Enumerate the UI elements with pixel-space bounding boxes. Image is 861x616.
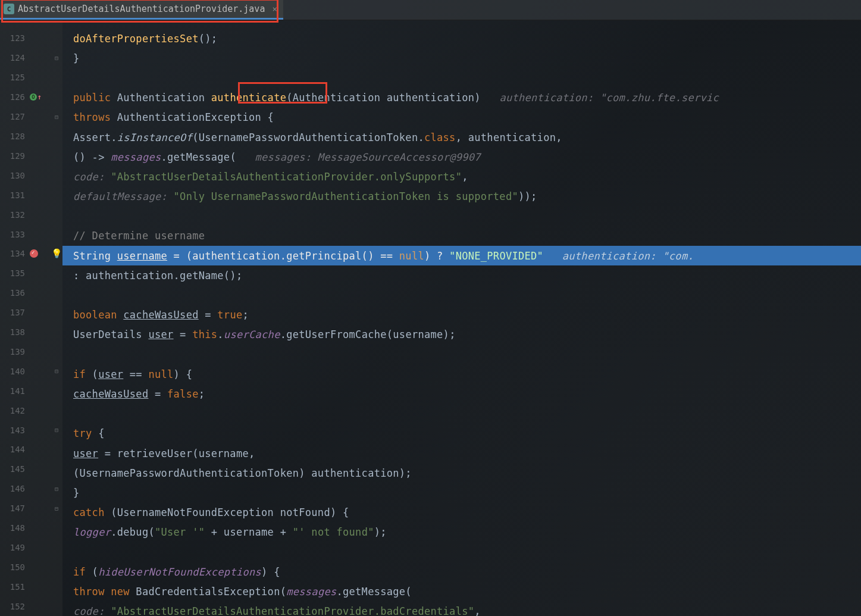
code-line[interactable] xyxy=(62,345,861,364)
bulb-icon[interactable]: 💡 xyxy=(51,248,62,259)
line-number: 135 xyxy=(0,268,25,278)
code-line[interactable]: code: "AbstractUserDetailsAuthentication… xyxy=(62,167,861,186)
line-number: 142 xyxy=(0,406,25,415)
code-line[interactable]: String username = (authentication.getPri… xyxy=(62,246,861,265)
code-line[interactable]: : authentication.getName(); xyxy=(62,265,861,285)
code-line[interactable]: (UsernamePasswordAuthenticationToken) au… xyxy=(62,463,861,483)
line-number: 136 xyxy=(0,288,25,298)
fold-open-icon[interactable]: ⊟ xyxy=(55,427,58,433)
line-number: 133 xyxy=(0,230,25,239)
line-number: 131 xyxy=(0,190,25,200)
code-line[interactable]: if (hideUserNotFoundExceptions) { xyxy=(62,562,861,581)
code-line[interactable]: defaultMessage: "Only UsernamePasswordAu… xyxy=(62,187,861,207)
gutter-row[interactable]: 130 xyxy=(0,165,62,185)
fold-open-icon[interactable]: ⊟ xyxy=(55,114,58,120)
gutter-row[interactable]: 127⊟ xyxy=(0,107,62,127)
line-number: 123 xyxy=(0,33,25,43)
file-tab[interactable]: C AbstractUserDetailsAuthenticationProvi… xyxy=(0,0,283,20)
override-icon[interactable]: O xyxy=(30,93,37,101)
java-class-icon: C xyxy=(4,4,14,14)
line-number: 140 xyxy=(0,367,25,376)
gutter-row[interactable]: 144 xyxy=(0,440,62,459)
gutter-row[interactable]: 139 xyxy=(0,342,62,362)
code-line[interactable]: } xyxy=(62,483,861,502)
code-line[interactable]: try { xyxy=(62,424,861,443)
code-line[interactable]: throws AuthenticationException { xyxy=(62,108,861,127)
fold-open-icon[interactable]: ⊟ xyxy=(55,368,58,374)
gutter-row[interactable]: 152 xyxy=(0,596,62,616)
line-number: 151 xyxy=(0,582,25,592)
fold-close-icon[interactable]: ⊟ xyxy=(55,55,58,61)
gutter-row[interactable]: 131 xyxy=(0,185,62,205)
code-line[interactable]: throw new BadCredentialsException(messag… xyxy=(62,581,861,601)
fold-close-icon[interactable]: ⊟ xyxy=(55,486,58,492)
line-number: 139 xyxy=(0,347,25,357)
code-line[interactable] xyxy=(62,68,861,87)
code-area[interactable]: doAfterPropertiesSet(); } public Authent… xyxy=(62,20,861,616)
line-number: 144 xyxy=(0,445,25,454)
code-line[interactable]: UserDetails user = this.userCache.getUse… xyxy=(62,325,861,345)
line-number: 145 xyxy=(0,464,25,474)
gutter-row[interactable]: 136 xyxy=(0,283,62,303)
line-number: 149 xyxy=(0,543,25,552)
code-line[interactable]: cacheWasUsed = false; xyxy=(62,384,861,404)
tab-label: AbstractUserDetailsAuthenticationProvide… xyxy=(18,4,265,14)
breakpoint-icon[interactable] xyxy=(30,249,38,258)
line-number: 138 xyxy=(0,327,25,337)
gutter-row[interactable]: 138 xyxy=(0,323,62,342)
line-number: 124 xyxy=(0,53,25,62)
code-line[interactable]: doAfterPropertiesSet(); xyxy=(62,29,861,48)
gutter: 123124⊟125126O127⊟128129130131132133134💡… xyxy=(0,20,62,616)
gutter-row[interactable]: 132 xyxy=(0,205,62,224)
gutter-row[interactable]: 134💡 xyxy=(0,244,62,264)
line-number: 125 xyxy=(0,73,25,82)
gutter-row[interactable]: 137 xyxy=(0,303,62,323)
code-line[interactable]: boolean cacheWasUsed = true; xyxy=(62,305,861,325)
gutter-row[interactable]: 123 xyxy=(0,29,62,48)
gutter-row[interactable]: 141 xyxy=(0,381,62,401)
code-line[interactable]: code: "AbstractUserDetailsAuthentication… xyxy=(62,601,861,616)
code-line[interactable]: catch (UsernameNotFoundException notFoun… xyxy=(62,503,861,523)
line-number: 134 xyxy=(0,249,25,258)
code-line[interactable] xyxy=(62,542,861,562)
gutter-row[interactable]: 142 xyxy=(0,401,62,420)
line-number: 128 xyxy=(0,132,25,141)
code-line[interactable]: Assert.isInstanceOf(UsernamePasswordAuth… xyxy=(62,127,861,147)
fold-open-icon[interactable]: ⊟ xyxy=(55,505,58,512)
code-line[interactable]: // Determine username xyxy=(62,226,861,246)
gutter-row[interactable]: 143⊟ xyxy=(0,420,62,440)
gutter-row[interactable]: 125 xyxy=(0,68,62,87)
gutter-row[interactable]: 150 xyxy=(0,557,62,577)
gutter-row[interactable]: 128 xyxy=(0,127,62,146)
gutter-row[interactable]: 147⊟ xyxy=(0,499,62,518)
editor[interactable]: 123124⊟125126O127⊟128129130131132133134💡… xyxy=(0,20,861,616)
gutter-row[interactable]: 148 xyxy=(0,518,62,538)
line-number: 126 xyxy=(0,92,25,102)
code-line[interactable] xyxy=(62,207,861,226)
gutter-row[interactable]: 151 xyxy=(0,577,62,596)
gutter-row[interactable]: 126O xyxy=(0,87,62,107)
code-line[interactable] xyxy=(62,285,861,305)
gutter-row[interactable]: 140⊟ xyxy=(0,361,62,381)
line-number: 150 xyxy=(0,562,25,572)
line-number: 137 xyxy=(0,308,25,317)
gutter-row[interactable]: 146⊟ xyxy=(0,479,62,499)
code-line[interactable]: if (user == null) { xyxy=(62,364,861,384)
line-number: 147 xyxy=(0,504,25,513)
gutter-row[interactable]: 145 xyxy=(0,459,62,479)
line-number: 129 xyxy=(0,151,25,161)
gutter-row[interactable]: 124⊟ xyxy=(0,48,62,68)
code-line[interactable]: user = retrieveUser(username, xyxy=(62,443,861,463)
code-line[interactable]: logger.debug("User '" + username + "' no… xyxy=(62,523,861,542)
close-icon[interactable]: × xyxy=(272,4,277,14)
code-line[interactable] xyxy=(62,404,861,424)
gutter-row[interactable]: 129 xyxy=(0,146,62,165)
code-line[interactable]: } xyxy=(62,48,861,68)
line-number: 132 xyxy=(0,210,25,220)
gutter-row[interactable]: 149 xyxy=(0,538,62,558)
line-number: 148 xyxy=(0,523,25,533)
gutter-row[interactable]: 135 xyxy=(0,264,62,283)
code-line[interactable]: () -> messages.getMessage( messages: Mes… xyxy=(62,147,861,167)
code-line[interactable]: public Authentication authenticate(Authe… xyxy=(62,88,861,108)
gutter-row[interactable]: 133 xyxy=(0,224,62,244)
